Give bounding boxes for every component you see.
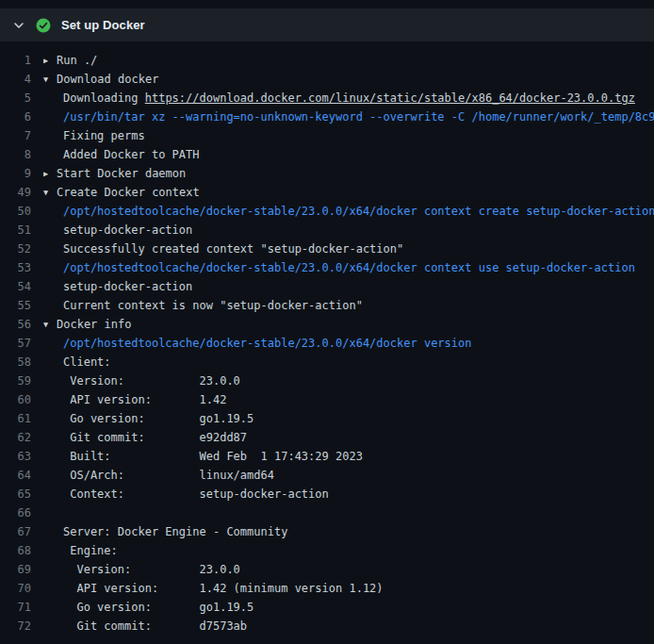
line-number[interactable]: 4 — [0, 70, 43, 89]
triangle-right-icon[interactable]: ▶ — [43, 164, 57, 183]
log-group-header[interactable]: 4▼Download docker — [0, 70, 654, 89]
line-number[interactable]: 72 — [0, 617, 43, 636]
group-header-content: ▼Download docker — [43, 70, 654, 89]
triangle-down-icon[interactable]: ▼ — [43, 70, 57, 89]
line-number[interactable]: 70 — [0, 579, 43, 598]
log-text: Engine: — [43, 541, 654, 560]
log-text: Current context is now "setup-docker-act… — [43, 296, 654, 315]
log-line: 61 Go version: go1.19.5 — [0, 409, 654, 428]
step-header[interactable]: Set up Docker — [0, 8, 654, 41]
line-number[interactable]: 53 — [0, 258, 43, 277]
triangle-down-icon[interactable]: ▼ — [43, 183, 57, 202]
log-text: Downloading https://download.docker.com/… — [43, 89, 654, 107]
log-text: setup-docker-action — [43, 221, 654, 239]
line-number[interactable]: 49 — [0, 183, 43, 202]
line-number[interactable]: 69 — [0, 560, 43, 579]
line-number[interactable]: 8 — [0, 145, 43, 164]
line-number[interactable]: 68 — [0, 541, 43, 560]
log-line: 59 Version: 23.0.0 — [0, 372, 654, 390]
log-line: 68 Engine: — [0, 541, 654, 560]
line-number[interactable]: 52 — [0, 239, 43, 258]
line-number[interactable]: 6 — [0, 107, 43, 126]
log-text: Added Docker to PATH — [43, 145, 654, 164]
log-text: Successfully created context "setup-dock… — [43, 239, 654, 258]
line-number[interactable]: 60 — [0, 390, 43, 409]
log-text: Client: — [43, 353, 654, 372]
log-line: 65 Context: setup-docker-action — [0, 485, 654, 504]
log-line: 52Successfully created context "setup-do… — [0, 239, 654, 258]
triangle-down-icon[interactable]: ▼ — [43, 315, 57, 334]
log-line: 7Fixing perms — [0, 126, 654, 145]
group-title: Create Docker context — [57, 186, 200, 199]
log-text: setup-docker-action — [43, 277, 654, 296]
group-title: Download docker — [57, 73, 158, 86]
log-line: 57/opt/hostedtoolcache/docker-stable/23.… — [0, 334, 654, 353]
log-text-prefix: Downloading — [63, 91, 145, 105]
log-text: Git commit: d7573ab — [43, 617, 654, 636]
command-text: /opt/hostedtoolcache/docker-stable/23.0.… — [43, 258, 654, 277]
group-header-content: ▶Run ./ — [43, 51, 654, 70]
line-number[interactable]: 1 — [0, 51, 43, 70]
line-number[interactable]: 62 — [0, 428, 43, 447]
line-number[interactable]: 67 — [0, 522, 43, 541]
success-check-circle-icon — [36, 18, 51, 33]
log-line: 5Downloading https://download.docker.com… — [0, 89, 654, 107]
line-number[interactable]: 61 — [0, 409, 43, 428]
download-url-link[interactable]: https://download.docker.com/linux/static… — [145, 91, 635, 105]
log-line: 69 Version: 23.0.0 — [0, 560, 654, 579]
chevron-down-icon[interactable] — [13, 20, 25, 31]
line-number[interactable]: 59 — [0, 372, 43, 390]
log-line: 63 Built: Wed Feb 1 17:43:29 2023 — [0, 447, 654, 466]
command-text: /opt/hostedtoolcache/docker-stable/23.0.… — [43, 334, 654, 353]
log-text: Version: 23.0.0 — [43, 372, 654, 390]
log-group-header[interactable]: 9▶Start Docker daemon — [0, 164, 654, 183]
step-setup-docker: Set up Docker 1▶Run ./4▼Download docker5… — [0, 8, 654, 636]
line-number[interactable]: 57 — [0, 334, 43, 353]
log-line: 62 Git commit: e92dd87 — [0, 428, 654, 447]
log-group-header[interactable]: 1▶Run ./ — [0, 51, 654, 70]
group-title: Run ./ — [57, 54, 97, 67]
group-title: Docker info — [57, 318, 131, 331]
log-text: Git commit: e92dd87 — [43, 428, 654, 447]
line-number[interactable]: 66 — [0, 504, 43, 522]
log-line: 8Added Docker to PATH — [0, 145, 654, 164]
log-group-header[interactable]: 49▼Create Docker context — [0, 183, 654, 202]
log-line: 71 Go version: go1.19.5 — [0, 598, 654, 617]
log-line: 60 API version: 1.42 — [0, 390, 654, 409]
command-text: /opt/hostedtoolcache/docker-stable/23.0.… — [43, 202, 654, 221]
triangle-right-icon[interactable]: ▶ — [43, 51, 57, 70]
line-number[interactable]: 65 — [0, 485, 43, 504]
log-line: 6/usr/bin/tar xz --warning=no-unknown-ke… — [0, 107, 654, 126]
line-number[interactable]: 58 — [0, 353, 43, 372]
line-number[interactable]: 54 — [0, 277, 43, 296]
log-text — [43, 504, 654, 522]
line-number[interactable]: 50 — [0, 202, 43, 221]
log-text: Server: Docker Engine - Community — [43, 522, 654, 541]
log-line: 50/opt/hostedtoolcache/docker-stable/23.… — [0, 202, 654, 221]
group-header-content: ▼Docker info — [43, 315, 654, 334]
command-text: /usr/bin/tar xz --warning=no-unknown-key… — [43, 107, 654, 126]
log-text: Go version: go1.19.5 — [43, 598, 654, 617]
line-number[interactable]: 9 — [0, 164, 43, 183]
log-group-header[interactable]: 56▼Docker info — [0, 315, 654, 334]
log-text: Go version: go1.19.5 — [43, 409, 654, 428]
line-number[interactable]: 64 — [0, 466, 43, 485]
log-line: 58Client: — [0, 353, 654, 372]
line-number[interactable]: 51 — [0, 221, 43, 239]
group-header-content: ▶Start Docker daemon — [43, 164, 654, 183]
log-line: 67Server: Docker Engine - Community — [0, 522, 654, 541]
line-number[interactable]: 55 — [0, 296, 43, 315]
line-number[interactable]: 63 — [0, 447, 43, 466]
log-line: 66 — [0, 504, 654, 522]
log-text: Built: Wed Feb 1 17:43:29 2023 — [43, 447, 654, 466]
log-container: 1▶Run ./4▼Download docker5Downloading ht… — [0, 41, 654, 636]
log-line: 64 OS/Arch: linux/amd64 — [0, 466, 654, 485]
log-text: Version: 23.0.0 — [43, 560, 654, 579]
log-line: 54setup-docker-action — [0, 277, 654, 296]
log-text: OS/Arch: linux/amd64 — [43, 466, 654, 485]
line-number[interactable]: 56 — [0, 315, 43, 334]
line-number[interactable]: 71 — [0, 598, 43, 617]
line-number[interactable]: 7 — [0, 126, 43, 145]
line-number[interactable]: 5 — [0, 89, 43, 107]
log-text: API version: 1.42 (minimum version 1.12) — [43, 579, 654, 598]
